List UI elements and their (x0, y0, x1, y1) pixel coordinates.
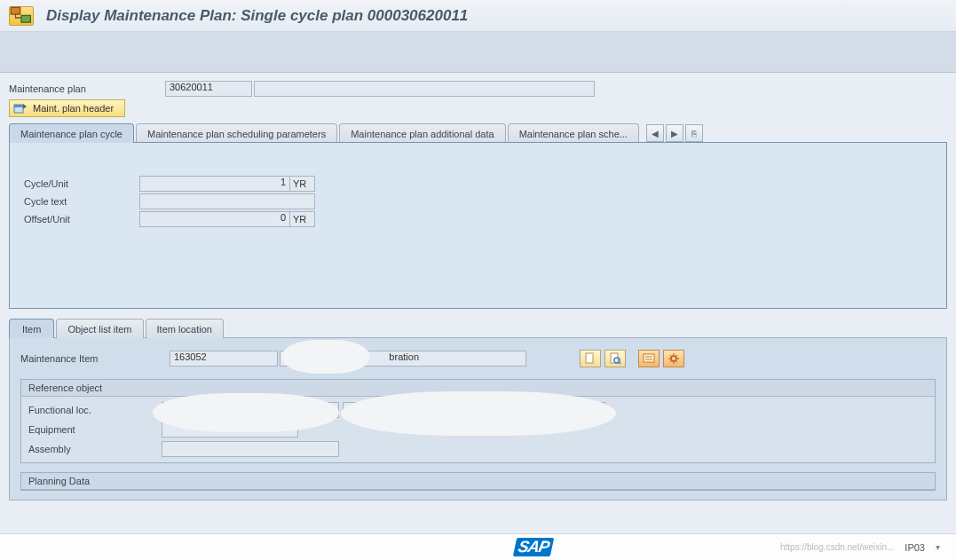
tab-item[interactable]: Item (9, 319, 54, 338)
tab-list-button[interactable]: ⎘ (685, 124, 703, 142)
assembly-label: Assembly (28, 444, 162, 454)
svg-rect-1 (21, 16, 30, 23)
title-bar: Display Maintenance Plan: Single cycle p… (0, 0, 956, 32)
svg-rect-3 (14, 105, 23, 107)
offset-label: Offset/Unit (24, 214, 139, 225)
task-list-button[interactable] (638, 350, 660, 367)
header-button-label: Maint. plan header (33, 103, 114, 114)
watermark-text: https://blog.csdn.net/weixin... (780, 542, 894, 552)
offset-unit-field: YR (290, 211, 315, 227)
tab-object-list-item[interactable]: Object list item (56, 319, 143, 338)
maint-plan-desc-field (254, 81, 595, 97)
svg-rect-4 (586, 353, 593, 363)
cycle-unit-field: YR (290, 176, 315, 192)
tab-prev-button[interactable]: ◀ (646, 124, 664, 142)
item-tab-strip: Item Object list item Item location (9, 318, 947, 337)
reference-object-group: Reference object Functional loc. Equipme… (20, 379, 936, 463)
status-bar: SAP https://blog.csdn.net/weixin... IP03… (0, 533, 956, 560)
cycle-text-field (139, 193, 315, 209)
maint-plan-header-button[interactable]: Maint. plan header (9, 99, 125, 117)
maint-plan-field: 30620011 (165, 81, 252, 97)
settings-button[interactable] (663, 350, 684, 367)
svg-line-7 (619, 362, 620, 364)
svg-rect-8 (644, 354, 654, 362)
tab-sched-overflow[interactable]: Maintenance plan sche... (508, 123, 639, 143)
planning-data-group: Planning Data (20, 472, 936, 491)
maint-item-field: 163052 (170, 351, 278, 367)
sap-logo: SAP (515, 538, 552, 556)
tab-scheduling-params[interactable]: Maintenance plan scheduling parameters (136, 123, 337, 143)
cycle-value-field: 1 (139, 176, 290, 192)
cycle-panel: Cycle/Unit 1 YR Cycle text Offset/Unit 0… (9, 142, 947, 309)
transaction-icon[interactable] (9, 6, 34, 26)
assembly-field (162, 441, 339, 457)
header-icon (13, 102, 28, 114)
tcode-label: IP03 (905, 542, 925, 553)
svg-point-11 (671, 356, 676, 361)
svg-rect-0 (11, 7, 20, 14)
tab-additional-data[interactable]: Maintenance plan additional data (339, 123, 505, 143)
display-doc-button[interactable] (604, 350, 626, 367)
item-panel: Maintenance Item 163052 bration Referenc… (9, 337, 947, 501)
tab-item-location[interactable]: Item location (146, 319, 224, 338)
offset-value-field: 0 (139, 211, 290, 227)
create-doc-button[interactable] (580, 350, 601, 367)
main-tab-strip: Maintenance plan cycle Maintenance plan … (9, 122, 947, 142)
cycle-text-label: Cycle text (24, 196, 139, 207)
func-loc-label: Functional loc. (28, 405, 162, 415)
planning-data-title: Planning Data (21, 473, 935, 490)
maint-item-label: Maintenance Item (20, 353, 170, 364)
page-title: Display Maintenance Plan: Single cycle p… (46, 7, 468, 25)
toolbar-gap (0, 32, 956, 73)
maint-plan-label: Maintenance plan (9, 83, 165, 94)
session-icon[interactable]: ▾ (936, 542, 940, 552)
equipment-label: Equipment (28, 424, 162, 435)
tab-cycle[interactable]: Maintenance plan cycle (9, 123, 134, 143)
tab-next-button[interactable]: ▶ (666, 124, 683, 142)
cycle-unit-label: Cycle/Unit (24, 178, 139, 189)
